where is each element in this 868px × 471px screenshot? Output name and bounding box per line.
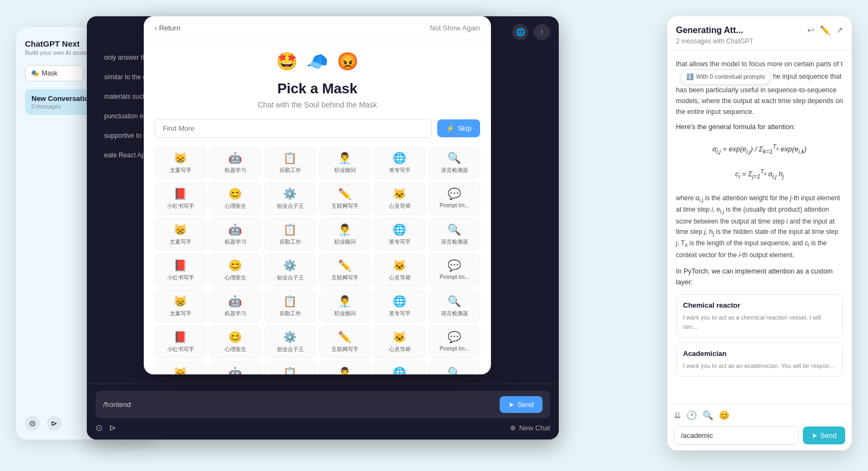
- mask-emoji-20: ⚙️: [283, 259, 297, 272]
- mask-item-35[interactable]: 💬 Prompt Im...: [429, 326, 480, 358]
- mask-label-24: 文案写手: [157, 310, 203, 317]
- share-icon[interactable]: ↗: [836, 25, 843, 35]
- mask-item-23[interactable]: 💬 Prompt Im...: [429, 254, 480, 287]
- mask-button[interactable]: 🎭 Mask: [25, 65, 84, 81]
- body-text-parts: parts of t: [816, 60, 843, 68]
- mask-item-13[interactable]: 🤖 机器学习: [209, 218, 261, 251]
- mask-item-39[interactable]: 👨‍💼 职业顾问: [319, 361, 371, 374]
- mask-item-16[interactable]: 🌐 英专写手: [374, 218, 425, 251]
- mask-emoji-38: 📋: [283, 366, 297, 374]
- clock-icon[interactable]: 🕐: [686, 410, 697, 421]
- mask-label-11: Prompt Im...: [431, 202, 477, 208]
- mask-item-40[interactable]: 🌐 英专写手: [374, 361, 425, 374]
- mask-item-36[interactable]: 😸 文案写手: [155, 361, 206, 374]
- right-send-button[interactable]: ➤ Send: [803, 427, 845, 444]
- mask-item-25[interactable]: 🤖 机器学习: [209, 290, 261, 322]
- mask-label-28: 英专写手: [376, 310, 423, 317]
- mask-emoji-10: 🐱: [393, 187, 406, 200]
- emoji-3: 😡: [337, 51, 359, 72]
- mask-item-17[interactable]: 🔍 语言检测器: [429, 218, 480, 251]
- return-button[interactable]: ‹ Return: [155, 24, 180, 32]
- upload-icon[interactable]: ↑: [534, 24, 550, 40]
- mask-label-4: 英专写手: [376, 167, 423, 174]
- mask-item-12[interactable]: 😸 文案写手: [155, 218, 206, 251]
- mask-item-1[interactable]: 🤖 机器学习: [209, 147, 261, 179]
- globe-icon[interactable]: 🌐: [512, 24, 528, 40]
- mask-item-9[interactable]: ✏️ 互联网写手: [319, 182, 371, 215]
- mask-label-23: Prompt Im...: [431, 274, 477, 280]
- mask-item-0[interactable]: 😸 文案写手: [155, 147, 206, 179]
- mask-item-10[interactable]: 🐱 心灵导师: [374, 182, 425, 215]
- mask-item-31[interactable]: 😊 心理医生: [209, 326, 261, 358]
- right-chat-input[interactable]: [674, 426, 799, 445]
- mask-item-6[interactable]: 📕 小红书写手: [155, 182, 206, 215]
- mask-item-32[interactable]: ⚙️ 创业点子王: [264, 326, 316, 358]
- mask-picker-modal: ‹ Return Not Show Again 🤩 🧢 😡 Pick a Mas…: [144, 16, 491, 374]
- dark-send-button[interactable]: ➤ Send: [500, 396, 542, 413]
- mask-item-15[interactable]: 👨‍💼 职业顾问: [319, 218, 371, 251]
- mask-emoji-36: 😸: [174, 366, 187, 374]
- mask-item-41[interactable]: 🔍 语言检测器: [429, 361, 480, 374]
- mask-emoji-33: ✏️: [338, 330, 352, 343]
- mask-header-emojis: 🤩 🧢 😡: [155, 51, 480, 72]
- dark-history-icon[interactable]: ⊳: [109, 423, 116, 433]
- settings-icon[interactable]: ⊙: [25, 416, 40, 431]
- not-show-again-button[interactable]: Not Show Again: [430, 24, 480, 32]
- dark-plus-icon: ⊕: [510, 424, 516, 432]
- mask-item-22[interactable]: 🐱 心灵导师: [374, 254, 425, 287]
- footer-icons: ⊙ ⊳: [25, 416, 62, 431]
- right-footer-icons: ⇊ 🕐 🔍 😊: [674, 410, 845, 421]
- undo-icon[interactable]: ↩: [807, 25, 814, 35]
- edit-icon[interactable]: ✏️: [820, 25, 831, 35]
- mask-item-21[interactable]: ✏️ 互联网写手: [319, 254, 371, 287]
- mask-item-20[interactable]: ⚙️ 创业点子王: [264, 254, 316, 287]
- mask-label-22: 心灵导师: [376, 274, 423, 282]
- mask-item-2[interactable]: 📋 后勤工作: [264, 147, 316, 179]
- mask-search-row: ⚡ Skip: [155, 119, 480, 138]
- mask-item-29[interactable]: 🔍 语言检测器: [429, 290, 480, 322]
- right-header-icons: ↩ ✏️ ↗: [807, 25, 843, 35]
- search-icon[interactable]: 🔍: [703, 410, 713, 421]
- chemical-reactor-card[interactable]: Chemical reactor I want you to act as a …: [676, 294, 843, 338]
- mask-item-5[interactable]: 🔍 语言检测器: [429, 147, 480, 179]
- academician-card[interactable]: Academician I want you to act as an acad…: [676, 342, 843, 377]
- mask-label-12: 文案写手: [157, 238, 203, 246]
- mask-item-7[interactable]: 😊 心理医生: [209, 182, 261, 215]
- mask-emoji-11: 💬: [448, 187, 461, 200]
- skip-button[interactable]: ⚡ Skip: [437, 119, 480, 137]
- mask-item-4[interactable]: 🌐 英专写手: [374, 147, 425, 179]
- mask-label-32: 创业点子王: [267, 346, 313, 353]
- mask-item-11[interactable]: 💬 Prompt Im...: [429, 182, 480, 215]
- collapse-icon[interactable]: ⇊: [674, 410, 681, 421]
- mask-item-27[interactable]: 👨‍💼 职业顾问: [319, 290, 371, 322]
- mask-item-37[interactable]: 🤖 机器学习: [209, 361, 261, 374]
- mask-item-26[interactable]: 📋 后勤工作: [264, 290, 316, 322]
- mask-item-34[interactable]: 🐱 心灵导师: [374, 326, 425, 358]
- mask-modal-header: ‹ Return Not Show Again: [144, 16, 491, 40]
- mask-item-19[interactable]: 😊 心理医生: [209, 254, 261, 287]
- mask-emoji-32: ⚙️: [283, 330, 297, 343]
- formula-intro: Here's the general formula for attention…: [676, 122, 843, 132]
- mask-label-1: 机器学习: [212, 167, 258, 174]
- history-icon[interactable]: ⊳: [47, 416, 62, 431]
- mask-label-17: 语言检测器: [431, 238, 477, 246]
- body-text-explanation: where αi,j is the attention weight for t…: [676, 193, 843, 260]
- right-panel-footer: ⇊ 🕐 🔍 😊 ➤ Send: [667, 404, 852, 450]
- dark-settings-icon[interactable]: ⊙: [95, 423, 103, 433]
- mask-item-33[interactable]: ✏️ 互联网写手: [319, 326, 371, 358]
- mask-item-24[interactable]: 😸 文案写手: [155, 290, 206, 322]
- mask-emoji-1: 🤖: [228, 151, 242, 164]
- mask-item-38[interactable]: 📋 后勤工作: [264, 361, 316, 374]
- mask-item-28[interactable]: 🌐 英专写手: [374, 290, 425, 322]
- mask-search-input[interactable]: [155, 119, 432, 138]
- mask-item-3[interactable]: 👨‍💼 职业顾问: [319, 147, 371, 179]
- right-panel-title: Generating Att...: [676, 26, 743, 35]
- mask-item-8[interactable]: ⚙️ 创业点子王: [264, 182, 316, 215]
- mask-grid: 😸 文案写手 🤖 机器学习 📋 后勤工作 👨‍💼 职业顾问 🌐 英专写手 🔍 语…: [155, 147, 480, 374]
- mask-label-25: 机器学习: [212, 310, 258, 317]
- mask-item-14[interactable]: 📋 后勤工作: [264, 218, 316, 251]
- dark-new-chat-button[interactable]: ⊕ New Chat: [510, 424, 550, 432]
- mask-item-18[interactable]: 📕 小红书写手: [155, 254, 206, 287]
- mask-item-30[interactable]: 📕 小红书写手: [155, 326, 206, 358]
- emoji-icon[interactable]: 😊: [719, 410, 730, 421]
